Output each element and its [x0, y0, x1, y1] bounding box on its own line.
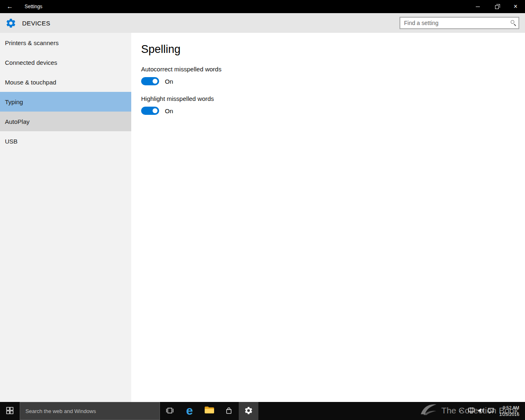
windows-logo-icon [6, 407, 14, 415]
minimize-button[interactable] [468, 0, 487, 13]
autocorrect-toggle[interactable] [141, 77, 159, 85]
tray-expand-button[interactable] [457, 402, 466, 420]
network-tray-button[interactable] [466, 402, 476, 420]
setting-label: Autocorrect misspelled words [141, 66, 525, 73]
volume-icon [478, 408, 484, 415]
edge-icon: e [186, 404, 193, 417]
back-button[interactable]: ← [0, 0, 20, 13]
sidebar-item-autoplay[interactable]: AutoPlay [0, 112, 131, 131]
sidebar-item-typing[interactable]: Typing [0, 92, 131, 112]
caption-buttons: × [468, 0, 525, 13]
sidebar-item-usb[interactable]: USB [0, 131, 131, 151]
clock-time: 9:52 AM [499, 404, 519, 411]
setting-label: Highlight misspelled words [141, 95, 525, 102]
taskbar: e [0, 402, 525, 420]
content-pane: Spelling Autocorrect misspelled words On… [131, 33, 525, 402]
sidebar-item-label: USB [5, 138, 18, 145]
restore-icon [495, 5, 499, 9]
back-arrow-icon: ← [7, 3, 13, 10]
close-icon: × [514, 3, 517, 10]
settings-taskbar-button[interactable] [239, 402, 258, 420]
minimize-icon [476, 7, 480, 7]
sidebar-item-label: AutoPlay [5, 118, 30, 125]
app-body: Printers & scanners Connected devices Mo… [0, 33, 525, 402]
find-setting-input[interactable] [400, 18, 518, 28]
file-explorer-button[interactable] [199, 402, 219, 420]
taskbar-search-input[interactable] [20, 402, 160, 420]
task-view-icon [166, 407, 174, 415]
sidebar-item-label: Printers & scanners [5, 39, 59, 46]
settings-gear-icon [5, 18, 16, 29]
setting-autocorrect: Autocorrect misspelled words On [141, 66, 525, 85]
toggle-row: On [141, 107, 525, 115]
sidebar-item-printers-scanners[interactable]: Printers & scanners [0, 33, 131, 52]
page-title: DEVICES [22, 20, 50, 27]
start-button[interactable] [0, 402, 20, 420]
edge-button[interactable]: e [180, 402, 199, 420]
toggle-row: On [141, 77, 525, 85]
taskbar-search [20, 402, 160, 420]
action-center-icon [488, 408, 494, 415]
watermark-logo [419, 403, 438, 418]
store-icon [225, 406, 233, 416]
chevron-up-icon [459, 410, 463, 414]
action-center-button[interactable] [486, 402, 496, 420]
toggle-state-label: On [165, 107, 173, 114]
sidebar-item-mouse-touchpad[interactable]: Mouse & touchpad [0, 72, 131, 92]
search-icon[interactable] [511, 20, 514, 24]
toggle-state-label: On [165, 78, 173, 85]
sidebar-item-label: Connected devices [5, 59, 57, 66]
taskbar-clock[interactable]: 9:52 AM 1/25/2016 [496, 404, 523, 418]
restore-button[interactable] [487, 0, 506, 13]
sidebar: Printers & scanners Connected devices Mo… [0, 33, 131, 402]
sidebar-item-connected-devices[interactable]: Connected devices [0, 52, 131, 72]
section-title: Spelling [141, 43, 525, 56]
close-button[interactable]: × [506, 0, 525, 13]
clock-date: 1/25/2016 [499, 411, 519, 418]
titlebar: ← Settings × [0, 0, 525, 13]
settings-gear-icon [244, 406, 253, 416]
sidebar-item-label: Typing [5, 98, 23, 105]
app-header: DEVICES [0, 13, 525, 33]
find-setting-box [399, 17, 519, 29]
sidebar-item-label: Mouse & touchpad [5, 79, 56, 86]
toggle-knob [153, 79, 158, 84]
window-title: Settings [25, 4, 42, 9]
task-view-button[interactable] [160, 402, 180, 420]
settings-window: ← Settings × DEVICES Printers & scanners… [0, 0, 525, 420]
network-icon [468, 408, 475, 415]
store-button[interactable] [219, 402, 239, 420]
system-tray: 9:52 AM 1/25/2016 [457, 402, 525, 420]
highlight-toggle[interactable] [141, 107, 159, 115]
file-explorer-icon [204, 406, 215, 416]
volume-tray-button[interactable] [476, 402, 486, 420]
setting-highlight: Highlight misspelled words On [141, 95, 525, 115]
toggle-knob [153, 108, 158, 113]
